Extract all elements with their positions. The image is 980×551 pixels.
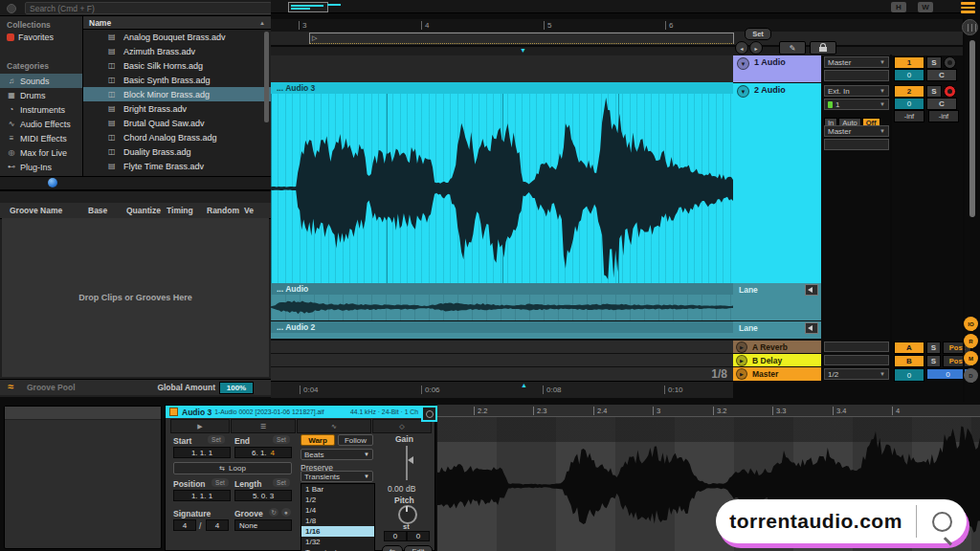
speaker-icon[interactable] (805, 284, 818, 296)
groove-hotswap-icon[interactable]: ↻ (269, 508, 278, 517)
browser-toggle-icon[interactable] (961, 2, 975, 15)
division-option[interactable]: 1/16 (301, 526, 374, 537)
track1-activator[interactable]: 1 (894, 56, 924, 69)
set-start-button[interactable]: Set (208, 435, 225, 444)
set-button[interactable]: Set (745, 28, 771, 40)
track1-crossfade[interactable]: C (926, 69, 957, 81)
draw-mode-button[interactable]: ✎ (779, 41, 806, 55)
audio3-clip-title[interactable]: ... Audio 3 (271, 82, 733, 94)
division-option[interactable]: 1/8 (301, 516, 374, 526)
sidebar-item-sounds[interactable]: ♫Sounds (0, 74, 82, 88)
return-a-lane[interactable] (271, 341, 733, 354)
track1-arm-button[interactable] (944, 56, 956, 69)
sidebar-item-instruments[interactable]: ◔Instruments (0, 102, 82, 117)
warp-mode-select[interactable]: Beats ▼ (301, 449, 373, 460)
file-row[interactable]: ◫Duality Brass.adg (83, 144, 271, 159)
lock-envelopes-button[interactable] (810, 41, 836, 55)
sidebar-item-favorites[interactable]: Favorites (7, 33, 54, 42)
grip-icon[interactable] (962, 19, 978, 35)
sort-ascending-icon[interactable]: ▲ (259, 20, 265, 26)
launch-tab[interactable]: ☰ (231, 419, 296, 433)
track2-input-routing[interactable]: Ext. In ▼ (824, 85, 889, 97)
track1-output-routing[interactable]: Master ▼ (824, 56, 889, 68)
track2-solo-button[interactable]: S (926, 85, 942, 98)
return-b-activator[interactable]: B (894, 355, 924, 367)
groove-commit-icon[interactable]: ● (281, 508, 291, 517)
prev-marker-button[interactable]: ◂ (735, 41, 748, 55)
pitch-knob[interactable] (398, 505, 417, 524)
return-b-lane[interactable] (271, 354, 733, 367)
audio3-clip-waveform[interactable] (271, 94, 733, 283)
returns-section-toggle[interactable]: R (964, 334, 978, 348)
file-row[interactable]: ◫Block Minor Brass.adg (83, 87, 271, 101)
next-marker-button[interactable]: ▸ (749, 41, 763, 55)
master-quantize-menu[interactable]: 1/2 ▼ (824, 368, 889, 380)
pitch-fine-value[interactable]: 0 (407, 531, 430, 541)
file-row[interactable]: ▤Azimuth Brass.adv (83, 44, 271, 58)
set-end-button[interactable]: Set (273, 435, 290, 444)
lane1-header[interactable]: Lane (733, 283, 821, 320)
set-position-button[interactable]: Set (212, 478, 229, 487)
track1-pan[interactable]: 0 (894, 69, 924, 81)
file-row[interactable]: ▤Flyte Time Brass.adv (83, 159, 271, 173)
follow-button[interactable]: Follow (338, 434, 373, 446)
file-row[interactable]: ◫Basic Silk Horns.adg (83, 58, 271, 73)
clip-length-value[interactable]: 5. 0. 3 (234, 490, 292, 501)
file-list-header[interactable]: Name ▲ (83, 16, 271, 30)
audio-lane-waveform[interactable] (271, 295, 733, 320)
signature-numerator[interactable]: 4 (173, 519, 196, 531)
clip-end-value[interactable]: 6. 1. 4 (234, 447, 292, 458)
track2-sub-routing[interactable] (824, 139, 889, 150)
arrangement-overview[interactable] (271, 0, 963, 13)
sidebar-item-plug-ins[interactable]: ⊷Plug-Ins (0, 160, 82, 174)
mixer-section-toggle[interactable]: M (964, 351, 978, 365)
clip-header[interactable]: Audio 3 1-Audio 0002 [2023-01-06 121827]… (166, 406, 434, 418)
groove-wave-icon[interactable]: ≈ (8, 382, 13, 392)
track2-input-channel[interactable]: 1 ▼ (824, 99, 889, 110)
sidebar-item-audio-effects[interactable]: ∿Audio Effects (0, 117, 82, 131)
file-row[interactable]: ▤Brutal Quad Saw.adv (83, 116, 271, 130)
sample-tab[interactable]: ∿ (297, 419, 371, 433)
groove-drop-zone[interactable]: Drop Clips or Grooves Here (2, 218, 269, 377)
reverse-button[interactable]: ⇆ (382, 545, 403, 551)
audio2-lane-title[interactable]: ... Audio 2 (271, 321, 733, 333)
return-a-header[interactable]: ▶ A Reverb (733, 341, 821, 353)
groove-column-header[interactable]: Random (207, 206, 239, 215)
warp-button[interactable]: Warp (301, 434, 335, 446)
set-length-button[interactable]: Set (273, 478, 290, 487)
audio-lane-title[interactable]: ... Audio (271, 283, 733, 295)
groove-column-header[interactable]: Base (88, 206, 107, 215)
io-section-toggle[interactable]: IO (964, 317, 978, 331)
insert-marker-down-icon[interactable]: ▼ (520, 47, 526, 54)
gain-slider-handle-icon[interactable] (408, 456, 413, 464)
track2-output-routing[interactable]: Master ▼ (824, 125, 889, 137)
return-b-solo[interactable]: S (926, 355, 941, 367)
fold-track-icon[interactable]: ▼ (737, 85, 749, 98)
overview-zoom-rect[interactable] (288, 2, 328, 12)
track1-lane[interactable] (271, 55, 733, 83)
return-a-solo[interactable]: S (926, 342, 941, 354)
global-amount-value[interactable]: 100% (219, 382, 254, 394)
clip-tab[interactable]: ▶ (170, 419, 230, 433)
sidebar-item-max-for-live[interactable]: ◎Max for Live (0, 145, 82, 160)
height-zoom-button[interactable]: H (891, 2, 906, 12)
sample-editor-ruler[interactable]: 2.22.32.433.23.33.44 (437, 405, 980, 417)
return-a-routing[interactable] (824, 342, 889, 352)
track2-name[interactable]: 2 Audio (754, 85, 786, 96)
track1-header[interactable]: ▼ 1 Audio (733, 55, 821, 82)
track2-activator[interactable]: 2 (894, 85, 924, 98)
speaker-icon[interactable] (805, 322, 818, 334)
master-header[interactable]: ▶ Master (733, 367, 821, 381)
track1-solo-button[interactable]: S (926, 56, 942, 69)
track1-name[interactable]: 1 Audio (754, 57, 786, 68)
file-row[interactable]: ◫Basic Synth Brass.adg (83, 73, 271, 87)
sidebar-item-drums[interactable]: ▦Drums (0, 88, 82, 102)
sidebar-item-midi-effects[interactable]: ≡MIDI Effects (0, 131, 82, 145)
division-option[interactable]: 1/32 (301, 537, 374, 547)
track1-sub-routing[interactable] (824, 70, 889, 81)
division-option[interactable]: 1/4 (301, 505, 374, 516)
division-option[interactable]: 1/2 (301, 495, 374, 505)
edit-button[interactable]: Edit (404, 545, 433, 551)
arrangement-loop-brace[interactable]: ▷ (309, 33, 734, 44)
return-b-header[interactable]: ▶ B Delay (733, 354, 821, 366)
